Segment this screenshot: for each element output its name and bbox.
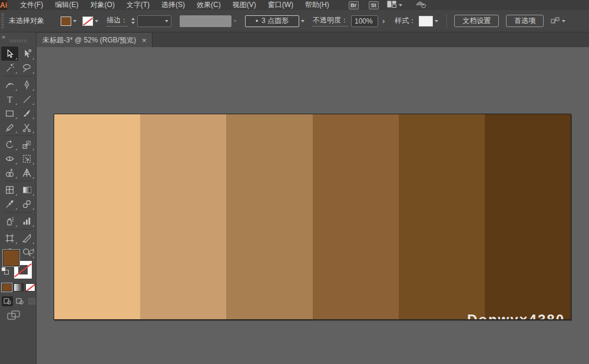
menu-item-5[interactable]: 效果(C) xyxy=(191,0,227,11)
mesh-tool[interactable] xyxy=(1,183,18,197)
palette-stripe-2[interactable] xyxy=(140,114,226,319)
perspective-grid-tool[interactable] xyxy=(18,166,35,180)
palette-stripe-3[interactable] xyxy=(226,114,312,319)
document-tab-bar: 未标题-3* @ 52% (RGB/预览) × xyxy=(37,32,589,47)
workspace-grid-icon xyxy=(387,1,396,9)
stroke-none-swatch[interactable] xyxy=(82,16,93,26)
free-transform-tool[interactable] xyxy=(18,151,35,166)
stock-button[interactable]: St xyxy=(369,1,379,9)
blend-tool[interactable] xyxy=(18,197,35,211)
lasso-tool[interactable] xyxy=(18,61,35,75)
menu-item-2[interactable]: 对象(O) xyxy=(84,0,120,11)
tool-group-divider xyxy=(5,181,32,181)
eyedropper-tool[interactable] xyxy=(1,197,18,211)
line-segment-tool[interactable] xyxy=(18,92,35,106)
gradient-mode-button[interactable] xyxy=(14,283,24,292)
tool-group-divider xyxy=(5,135,32,136)
bridge-button[interactable]: Br xyxy=(349,1,359,9)
stroke-weight-label[interactable]: 描边： xyxy=(107,15,128,27)
fill-color-swatch[interactable] xyxy=(61,16,71,26)
pencil-tool[interactable] xyxy=(1,120,18,134)
scissors-tool[interactable] xyxy=(18,120,35,134)
opacity-input[interactable]: 100% xyxy=(351,15,378,27)
tool-grid: T xyxy=(0,47,37,259)
gradient-tool[interactable] xyxy=(18,183,35,197)
selection-tool[interactable] xyxy=(1,47,18,61)
document-tab[interactable]: 未标题-3* @ 52% (RGB/预览) × xyxy=(37,33,153,47)
none-mode-button[interactable] xyxy=(25,283,35,292)
magic-wand-tool[interactable] xyxy=(1,61,18,75)
menu-item-4[interactable]: 选择(S) xyxy=(155,0,191,11)
canvas-pasteboard[interactable]: Donwy×4380 xyxy=(37,47,589,364)
artboard[interactable]: Donwy×4380 xyxy=(54,114,571,320)
menu-bar-right: Br St Web xyxy=(339,1,589,10)
graphic-style-swatch[interactable] xyxy=(419,16,433,27)
control-bar: 未选择对象 描边： • 3 点圆形 不透明度： 100% › 样式： 文档设置 … xyxy=(0,10,589,32)
paintbrush-tool[interactable] xyxy=(18,106,35,120)
stroke-color-control[interactable] xyxy=(82,16,98,26)
rotate-tool[interactable] xyxy=(1,137,18,151)
chevron-down-icon xyxy=(233,20,237,22)
preferences-button[interactable]: 首选项 xyxy=(506,15,544,27)
draw-normal-button[interactable] xyxy=(2,296,13,306)
opacity-label[interactable]: 不透明度： xyxy=(313,15,348,27)
chevron-down-icon xyxy=(399,4,402,6)
menu-item-0[interactable]: 文件(F) xyxy=(14,0,49,11)
artboard-tool[interactable] xyxy=(1,231,18,245)
document-setup-button[interactable]: 文档设置 xyxy=(454,15,499,27)
default-fill-stroke-icon[interactable] xyxy=(1,267,9,275)
workspace-switcher-button[interactable] xyxy=(387,1,402,9)
menu-item-8[interactable]: 帮助(H) xyxy=(299,0,335,11)
panel-grip-handle[interactable] xyxy=(1,14,4,29)
gradient-preview xyxy=(14,284,23,291)
column-graph-tool[interactable] xyxy=(18,214,35,228)
chevron-down-icon[interactable] xyxy=(95,20,98,22)
scale-tool[interactable] xyxy=(18,137,35,151)
palette-stripe-5[interactable] xyxy=(399,114,485,319)
close-tab-icon[interactable]: × xyxy=(142,37,147,44)
panel-grip-handle[interactable] xyxy=(10,39,27,42)
menu-item-7[interactable]: 窗口(W) xyxy=(262,0,299,11)
selection-status-text: 未选择对象 xyxy=(9,16,55,26)
document-title: 未标题-3* @ 52% (RGB/预览) xyxy=(42,35,136,45)
svg-text:T: T xyxy=(7,94,12,104)
screen-mode-button[interactable] xyxy=(7,310,21,323)
align-options-button[interactable] xyxy=(551,17,565,25)
swap-fill-stroke-icon[interactable] xyxy=(28,248,35,256)
fill-proxy-swatch[interactable] xyxy=(2,249,20,267)
chevron-down-icon xyxy=(562,20,565,22)
menu-bar: Ai 文件(F)编辑(E)对象(O)文字(T)选择(S)效果(C)视图(V)窗口… xyxy=(0,0,589,10)
draw-behind-button[interactable] xyxy=(14,296,25,306)
cc-sync-icon[interactable] xyxy=(415,1,427,10)
menu-item-6[interactable]: 视图(V) xyxy=(227,0,262,11)
chevron-down-icon[interactable] xyxy=(301,20,305,22)
menu-item-3[interactable]: 文字(T) xyxy=(121,0,155,11)
pen-tool[interactable] xyxy=(18,78,35,92)
shape-builder-tool[interactable] xyxy=(1,166,18,180)
slice-tool[interactable] xyxy=(18,231,35,245)
chevron-down-icon[interactable] xyxy=(73,20,77,22)
draw-inside-button[interactable] xyxy=(27,296,38,306)
curvature-tool[interactable] xyxy=(1,78,18,92)
palette-stripe-6[interactable] xyxy=(485,114,571,319)
opacity-options-button[interactable]: › xyxy=(380,16,386,25)
menu-item-1[interactable]: 编辑(E) xyxy=(49,0,84,11)
type-tool[interactable]: T xyxy=(1,92,18,106)
brush-definition-dropdown[interactable]: • 3 点圆形 xyxy=(245,15,299,27)
palette-stripe-1[interactable] xyxy=(54,114,140,319)
tools-panel: « T xyxy=(0,32,37,364)
symbol-sprayer-tool[interactable] xyxy=(1,214,18,228)
direct-selection-tool[interactable] xyxy=(18,47,35,61)
color-mode-button[interactable] xyxy=(2,283,12,292)
width-tool[interactable] xyxy=(1,151,18,166)
width-profile-dropdown-disabled xyxy=(180,15,231,27)
chevron-down-icon xyxy=(165,20,168,22)
fill-color-control[interactable] xyxy=(61,16,77,26)
drawing-mode-row xyxy=(2,296,38,306)
rectangle-tool[interactable] xyxy=(1,106,18,120)
chevron-down-icon[interactable] xyxy=(435,20,438,22)
collapse-panel-icon[interactable]: « xyxy=(2,33,5,40)
palette-stripe-4[interactable] xyxy=(313,114,399,319)
stroke-weight-dropdown[interactable] xyxy=(137,15,171,27)
stroke-weight-stepper[interactable] xyxy=(131,18,135,24)
